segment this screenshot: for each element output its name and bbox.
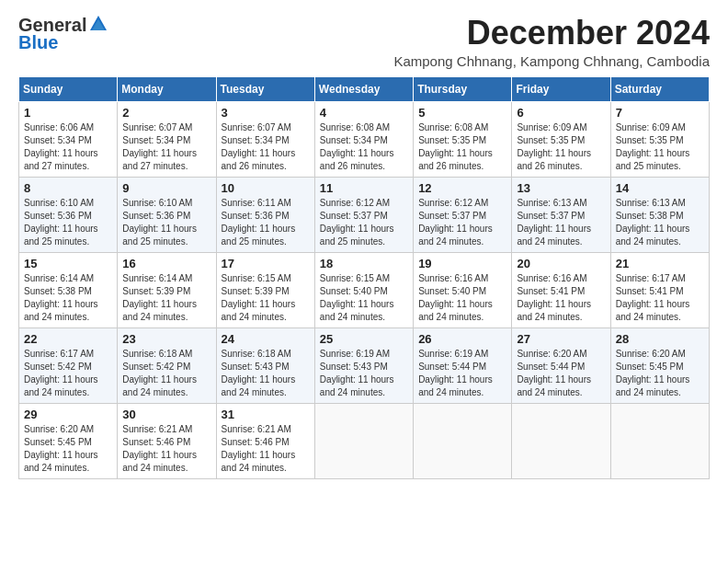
day-number: 24 [222, 332, 310, 346]
day-info: Sunrise: 6:13 AM Sunset: 5:38 PM Dayligh… [616, 198, 690, 247]
day-number: 3 [222, 106, 310, 120]
title-area: December 2024 Kampong Chhnang, Kampong C… [393, 15, 710, 69]
weekday-header: Sunday [19, 76, 118, 101]
calendar-cell: 18 Sunrise: 6:15 AM Sunset: 5:40 PM Dayl… [314, 252, 413, 327]
day-info: Sunrise: 6:08 AM Sunset: 5:34 PM Dayligh… [320, 122, 394, 171]
calendar-cell: 10 Sunrise: 6:11 AM Sunset: 5:36 PM Dayl… [216, 177, 314, 252]
day-number: 21 [616, 257, 704, 270]
calendar-cell: 27 Sunrise: 6:20 AM Sunset: 5:44 PM Dayl… [512, 327, 610, 403]
calendar-week-row: 22 Sunrise: 6:17 AM Sunset: 5:42 PM Dayl… [19, 327, 710, 403]
calendar-week-row: 29 Sunrise: 6:20 AM Sunset: 5:45 PM Dayl… [19, 403, 710, 478]
day-number: 13 [517, 181, 605, 195]
calendar-cell [512, 403, 610, 478]
calendar-cell: 20 Sunrise: 6:16 AM Sunset: 5:41 PM Dayl… [512, 252, 610, 327]
logo-blue: Blue [18, 32, 58, 53]
weekday-header: Monday [118, 76, 216, 101]
day-number: 19 [418, 257, 506, 270]
weekday-header: Tuesday [216, 76, 314, 101]
day-number: 14 [616, 181, 704, 195]
calendar-cell: 21 Sunrise: 6:17 AM Sunset: 5:41 PM Dayl… [610, 252, 709, 327]
day-info: Sunrise: 6:08 AM Sunset: 5:35 PM Dayligh… [418, 122, 493, 171]
day-info: Sunrise: 6:21 AM Sunset: 5:46 PM Dayligh… [222, 424, 296, 473]
calendar-cell: 16 Sunrise: 6:14 AM Sunset: 5:39 PM Dayl… [118, 252, 216, 327]
day-info: Sunrise: 6:20 AM Sunset: 5:44 PM Dayligh… [517, 349, 591, 397]
day-info: Sunrise: 6:07 AM Sunset: 5:34 PM Dayligh… [222, 122, 296, 171]
day-info: Sunrise: 6:12 AM Sunset: 5:37 PM Dayligh… [418, 198, 493, 247]
day-info: Sunrise: 6:19 AM Sunset: 5:44 PM Dayligh… [418, 349, 493, 397]
day-number: 20 [517, 257, 605, 270]
day-info: Sunrise: 6:15 AM Sunset: 5:40 PM Dayligh… [320, 273, 394, 322]
calendar-week-row: 1 Sunrise: 6:06 AM Sunset: 5:34 PM Dayli… [19, 101, 710, 177]
day-info: Sunrise: 6:06 AM Sunset: 5:34 PM Dayligh… [24, 122, 98, 171]
day-info: Sunrise: 6:17 AM Sunset: 5:42 PM Dayligh… [24, 349, 98, 397]
day-number: 16 [122, 257, 210, 270]
day-number: 18 [320, 257, 408, 270]
logo: General Blue [18, 15, 108, 53]
day-number: 23 [122, 332, 210, 346]
calendar-cell: 23 Sunrise: 6:18 AM Sunset: 5:42 PM Dayl… [118, 327, 216, 403]
day-info: Sunrise: 6:15 AM Sunset: 5:39 PM Dayligh… [222, 273, 296, 322]
header: General Blue December 2024 Kampong Chhna… [18, 15, 710, 69]
day-number: 7 [616, 106, 704, 120]
weekday-header: Friday [512, 76, 610, 101]
day-number: 2 [122, 106, 210, 120]
day-info: Sunrise: 6:16 AM Sunset: 5:41 PM Dayligh… [517, 273, 591, 322]
day-number: 4 [320, 106, 408, 120]
day-info: Sunrise: 6:09 AM Sunset: 5:35 PM Dayligh… [517, 122, 591, 171]
calendar-cell: 6 Sunrise: 6:09 AM Sunset: 5:35 PM Dayli… [512, 101, 610, 177]
calendar-cell: 13 Sunrise: 6:13 AM Sunset: 5:37 PM Dayl… [512, 177, 610, 252]
calendar-cell: 1 Sunrise: 6:06 AM Sunset: 5:34 PM Dayli… [19, 101, 118, 177]
month-title: December 2024 [393, 15, 710, 52]
day-number: 11 [320, 181, 408, 195]
weekday-header: Saturday [610, 76, 709, 101]
calendar-cell: 26 Sunrise: 6:19 AM Sunset: 5:44 PM Dayl… [414, 327, 512, 403]
day-number: 5 [418, 106, 506, 120]
calendar-cell: 28 Sunrise: 6:20 AM Sunset: 5:45 PM Dayl… [610, 327, 709, 403]
day-number: 27 [517, 332, 605, 346]
calendar-cell: 7 Sunrise: 6:09 AM Sunset: 5:35 PM Dayli… [610, 101, 709, 177]
calendar-cell [314, 403, 413, 478]
day-number: 31 [222, 408, 310, 421]
calendar-cell: 17 Sunrise: 6:15 AM Sunset: 5:39 PM Dayl… [216, 252, 314, 327]
calendar-cell: 22 Sunrise: 6:17 AM Sunset: 5:42 PM Dayl… [19, 327, 118, 403]
day-number: 25 [320, 332, 408, 346]
day-info: Sunrise: 6:21 AM Sunset: 5:46 PM Dayligh… [122, 424, 197, 473]
day-info: Sunrise: 6:12 AM Sunset: 5:37 PM Dayligh… [320, 198, 394, 247]
day-number: 22 [24, 332, 112, 346]
calendar-cell: 15 Sunrise: 6:14 AM Sunset: 5:38 PM Dayl… [19, 252, 118, 327]
calendar-cell: 4 Sunrise: 6:08 AM Sunset: 5:34 PM Dayli… [314, 101, 413, 177]
day-info: Sunrise: 6:20 AM Sunset: 5:45 PM Dayligh… [616, 349, 690, 397]
day-info: Sunrise: 6:14 AM Sunset: 5:38 PM Dayligh… [24, 273, 98, 322]
day-info: Sunrise: 6:09 AM Sunset: 5:35 PM Dayligh… [616, 122, 690, 171]
day-number: 17 [222, 257, 310, 270]
day-number: 26 [418, 332, 506, 346]
calendar-cell: 19 Sunrise: 6:16 AM Sunset: 5:40 PM Dayl… [414, 252, 512, 327]
day-info: Sunrise: 6:20 AM Sunset: 5:45 PM Dayligh… [24, 424, 98, 473]
location-title: Kampong Chhnang, Kampong Chhnang, Cambod… [393, 53, 710, 69]
day-info: Sunrise: 6:11 AM Sunset: 5:36 PM Dayligh… [222, 198, 296, 247]
calendar-cell: 5 Sunrise: 6:08 AM Sunset: 5:35 PM Dayli… [414, 101, 512, 177]
weekday-header: Wednesday [314, 76, 413, 101]
day-info: Sunrise: 6:16 AM Sunset: 5:40 PM Dayligh… [418, 273, 493, 322]
day-info: Sunrise: 6:07 AM Sunset: 5:34 PM Dayligh… [122, 122, 197, 171]
day-number: 15 [24, 257, 112, 270]
calendar-cell [414, 403, 512, 478]
day-number: 12 [418, 181, 506, 195]
calendar-week-row: 15 Sunrise: 6:14 AM Sunset: 5:38 PM Dayl… [19, 252, 710, 327]
day-number: 6 [517, 106, 605, 120]
calendar-cell: 31 Sunrise: 6:21 AM Sunset: 5:46 PM Dayl… [216, 403, 314, 478]
calendar-cell: 8 Sunrise: 6:10 AM Sunset: 5:36 PM Dayli… [19, 177, 118, 252]
day-number: 1 [24, 106, 112, 120]
calendar-cell: 3 Sunrise: 6:07 AM Sunset: 5:34 PM Dayli… [216, 101, 314, 177]
day-number: 30 [122, 408, 210, 421]
calendar-cell [610, 403, 709, 478]
day-number: 28 [616, 332, 704, 346]
day-number: 29 [24, 408, 112, 421]
day-info: Sunrise: 6:18 AM Sunset: 5:42 PM Dayligh… [122, 349, 197, 397]
calendar-cell: 29 Sunrise: 6:20 AM Sunset: 5:45 PM Dayl… [19, 403, 118, 478]
calendar-cell: 9 Sunrise: 6:10 AM Sunset: 5:36 PM Dayli… [118, 177, 216, 252]
calendar-cell: 2 Sunrise: 6:07 AM Sunset: 5:34 PM Dayli… [118, 101, 216, 177]
calendar-cell: 12 Sunrise: 6:12 AM Sunset: 5:37 PM Dayl… [414, 177, 512, 252]
day-info: Sunrise: 6:18 AM Sunset: 5:43 PM Dayligh… [222, 349, 296, 397]
day-info: Sunrise: 6:10 AM Sunset: 5:36 PM Dayligh… [24, 198, 98, 247]
